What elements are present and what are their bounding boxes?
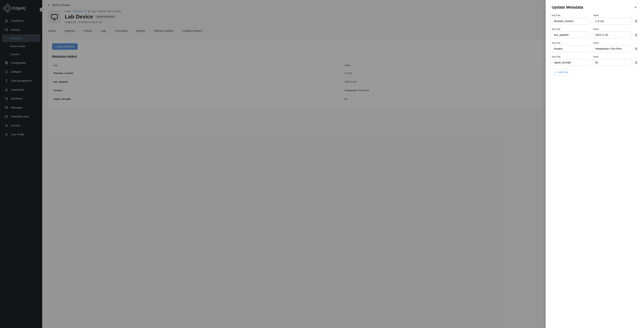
add-new-button[interactable]: Add new [552,69,571,75]
key-pair-label: Key Pair [552,28,590,31]
value-label: Value [593,42,632,44]
key-pair-label: Key Pair [552,55,590,58]
key-pair-input[interactable] [552,45,590,52]
trash-icon [635,34,638,37]
trash-icon [635,48,638,50]
value-input[interactable] [593,45,632,52]
add-new-label: Add new [558,71,568,74]
drawer-title: Update Metadata [552,5,583,10]
delete-row-button[interactable] [634,20,638,25]
value-label: Value [593,14,632,17]
value-input[interactable] [593,32,632,38]
value-input[interactable] [593,59,632,66]
key-pair-label: Key Pair [552,42,590,44]
key-pair-input[interactable] [552,32,590,38]
delete-row-button[interactable] [634,61,638,66]
delete-row-button[interactable] [634,34,638,38]
close-icon [634,6,637,9]
kv-row: Key PairValue [552,14,638,25]
close-drawer-button[interactable] [633,5,638,10]
update-metadata-drawer: Update Metadata Key PairValueKey PairVal… [546,0,644,328]
kv-row: Key PairValue [552,42,638,52]
kv-row: Key PairValue [552,55,638,66]
value-label: Value [593,28,632,31]
key-pair-input[interactable] [552,59,590,66]
trash-icon [635,20,638,23]
key-pair-input[interactable] [552,18,590,25]
trash-icon [635,61,638,64]
kv-row: Key PairValue [552,28,638,38]
drawer-rows: Key PairValueKey PairValueKey PairValueK… [552,14,638,69]
value-input[interactable] [593,18,632,25]
value-label: Value [593,55,632,58]
plus-icon [554,71,557,73]
key-pair-label: Key Pair [552,14,590,17]
delete-row-button[interactable] [634,48,638,52]
